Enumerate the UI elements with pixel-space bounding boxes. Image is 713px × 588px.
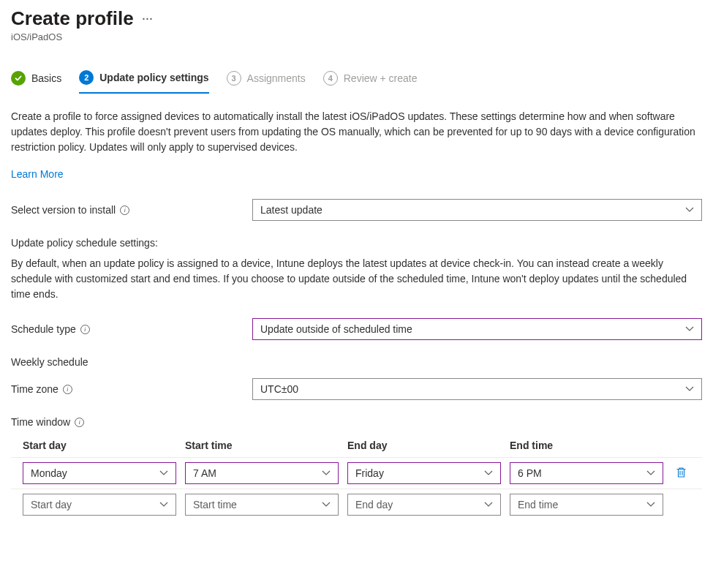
learn-more-link[interactable]: Learn More [11, 168, 64, 180]
start-time-select[interactable]: Start time [185, 494, 339, 516]
info-icon[interactable]: i [75, 418, 84, 427]
weekly-schedule-heading: Weekly schedule [11, 356, 702, 368]
select-placeholder: End time [518, 499, 558, 510]
select-value: UTC±00 [260, 383, 298, 395]
schedule-row-new: Start day Start time End day [11, 489, 702, 520]
chevron-down-icon [322, 502, 331, 508]
chevron-down-icon [685, 386, 694, 392]
start-day-select[interactable]: Monday [23, 462, 176, 484]
select-value: Friday [355, 467, 384, 479]
chevron-down-icon [159, 470, 168, 476]
trash-icon[interactable] [676, 467, 687, 480]
col-end-time: End time [510, 440, 553, 451]
chevron-down-icon [484, 470, 493, 476]
page-title: Create profile [11, 7, 134, 30]
tab-update-policy-settings[interactable]: 2 Update policy settings [79, 66, 208, 94]
chevron-down-icon [646, 470, 655, 476]
tab-label: Update policy settings [99, 72, 208, 83]
check-icon [11, 71, 26, 86]
start-time-select[interactable]: 7 AM [185, 462, 339, 484]
step-number-icon: 3 [227, 71, 241, 86]
chevron-down-icon [646, 502, 655, 508]
select-placeholder: End day [355, 499, 393, 510]
schedule-settings-heading: Update policy schedule settings: [11, 237, 702, 249]
chevron-down-icon [322, 470, 331, 476]
time-window-table: Start day Start time End day End time Mo… [11, 440, 702, 520]
timezone-label: Time zone [11, 383, 59, 395]
select-placeholder: Start day [31, 499, 72, 510]
schedule-type-select[interactable]: Update outside of scheduled time [252, 318, 702, 340]
step-number-icon: 2 [79, 70, 94, 85]
version-select[interactable]: Latest update [252, 199, 702, 221]
info-icon[interactable]: i [80, 325, 90, 334]
more-icon[interactable]: ··· [143, 13, 154, 25]
chevron-down-icon [685, 207, 694, 213]
select-value: Latest update [260, 204, 322, 216]
info-icon[interactable]: i [63, 385, 72, 394]
end-time-select[interactable]: End time [510, 494, 663, 516]
select-value: Monday [31, 467, 67, 479]
select-value: 7 AM [193, 467, 216, 479]
end-time-select[interactable]: 6 PM [510, 462, 663, 484]
chevron-down-icon [484, 502, 493, 508]
policy-description: Create a profile to force assigned devic… [11, 109, 702, 155]
end-day-select[interactable]: End day [347, 494, 501, 516]
schedule-description: By default, when an update policy is ass… [11, 256, 702, 302]
select-value: Update outside of scheduled time [260, 323, 412, 335]
tab-basics[interactable]: Basics [11, 67, 61, 93]
col-end-day: End day [347, 440, 501, 451]
col-start-day: Start day [23, 440, 176, 451]
version-label: Select version to install [11, 204, 116, 216]
tab-review-create[interactable]: 4 Review + create [323, 67, 418, 93]
select-placeholder: Start time [193, 499, 237, 510]
chevron-down-icon [685, 326, 694, 332]
timezone-select[interactable]: UTC±00 [252, 378, 702, 400]
end-day-select[interactable]: Friday [347, 462, 501, 484]
col-start-time: Start time [185, 440, 339, 451]
wizard-tabs: Basics 2 Update policy settings 3 Assign… [11, 66, 702, 94]
tab-assignments[interactable]: 3 Assignments [227, 67, 306, 93]
schedule-type-label: Schedule type [11, 323, 76, 335]
page-subtitle: iOS/iPadOS [11, 31, 702, 42]
select-value: 6 PM [518, 467, 542, 479]
tab-label: Review + create [344, 72, 418, 84]
tab-label: Basics [31, 72, 61, 84]
step-number-icon: 4 [323, 71, 338, 86]
schedule-row: Monday 7 AM Friday [11, 457, 702, 489]
info-icon[interactable]: i [120, 206, 129, 215]
timewindow-label: Time window [11, 416, 70, 428]
start-day-select[interactable]: Start day [23, 494, 176, 516]
tab-label: Assignments [247, 72, 306, 84]
chevron-down-icon [159, 502, 168, 508]
